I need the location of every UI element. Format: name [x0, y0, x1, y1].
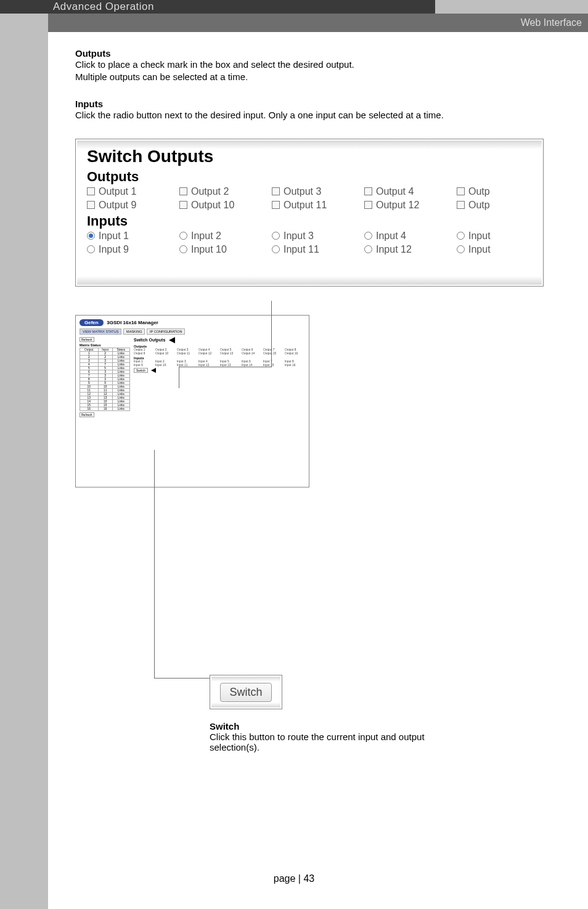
- output-checkbox[interactable]: Output 9: [87, 200, 179, 211]
- input-radio[interactable]: Input 11: [272, 244, 364, 255]
- mgr-outputs-grid: Output 1Output 2Output 3Output 4Output 5…: [134, 348, 305, 355]
- arrow-left-icon: [151, 368, 156, 373]
- inputs-grid: Input 1 Input 2 Input 3 Input 4 Input In…: [87, 230, 532, 255]
- input-radio[interactable]: Input 4: [364, 230, 457, 242]
- input-radio[interactable]: Input 1: [87, 230, 179, 242]
- radio-icon: [179, 232, 187, 240]
- tab-ip-configuration[interactable]: IP CONFIGURATION: [147, 328, 185, 335]
- checkbox-icon: [272, 201, 280, 209]
- radio-icon: [457, 232, 465, 240]
- table-row: 1410Links: [80, 399, 130, 403]
- manager-title: 3GSDI 16x16 Manager: [107, 320, 158, 325]
- outputs-text-2: Multiple outputs can be selected at a ti…: [75, 71, 557, 83]
- top-band-right: [435, 0, 588, 14]
- panel-outputs-heading: Outputs: [87, 169, 532, 185]
- input-radio[interactable]: Input 12: [364, 244, 457, 255]
- manager-right-col: Switch Outputs Outputs Output 1Output 2O…: [134, 337, 305, 417]
- output-checkbox[interactable]: Output 3: [272, 186, 364, 197]
- connector-line: [271, 301, 272, 367]
- input-radio[interactable]: Input 3: [272, 230, 364, 242]
- output-checkbox[interactable]: Output 10: [179, 200, 272, 211]
- radio-icon: [364, 245, 372, 253]
- table-row: 1616Links: [80, 407, 130, 410]
- page-section-title: Advanced Operation: [0, 0, 435, 14]
- checkbox-icon: [87, 201, 95, 209]
- input-radio[interactable]: Input: [457, 230, 494, 242]
- checkbox-icon: [364, 201, 372, 209]
- checkbox-icon: [364, 187, 372, 195]
- content: Web Interface Outputs Click to place a c…: [48, 14, 588, 909]
- switch-caption-heading: Switch: [210, 721, 475, 732]
- switch-caption-text: Click this button to route the current i…: [210, 732, 425, 752]
- connector-line: [154, 450, 155, 678]
- checkbox-icon: [87, 187, 95, 195]
- radio-icon: [87, 232, 95, 240]
- checkbox-icon: [272, 187, 280, 195]
- refresh-button-bottom[interactable]: Refresh: [80, 412, 94, 417]
- refresh-button[interactable]: Refresh: [80, 337, 94, 342]
- output-checkbox[interactable]: Output 2: [179, 186, 272, 197]
- radio-icon: [364, 232, 372, 240]
- output-checkbox[interactable]: Output 1: [87, 186, 179, 197]
- tab-view-matrix-status[interactable]: VIEW MATRIX STATUS: [80, 328, 121, 335]
- arrow-left-icon: [169, 337, 175, 343]
- input-radio[interactable]: Input: [457, 244, 494, 255]
- table-row: 1111Links: [80, 388, 130, 392]
- switch-button[interactable]: Switch: [220, 683, 271, 702]
- radio-icon: [457, 245, 465, 253]
- checkbox-icon: [457, 187, 465, 195]
- checkbox-icon: [457, 201, 465, 209]
- radio-icon: [179, 245, 187, 253]
- table-row: 1010Links: [80, 385, 130, 388]
- radio-icon: [272, 245, 280, 253]
- tab-masking[interactable]: MASKING: [123, 328, 145, 335]
- output-checkbox[interactable]: Outp: [457, 186, 494, 197]
- switch-caption: Switch Click this button to route the cu…: [210, 721, 475, 752]
- top-band: Advanced Operation: [0, 0, 588, 14]
- inputs-heading: Inputs: [75, 99, 557, 109]
- inputs-text: Click the radio button next to the desir…: [75, 109, 557, 121]
- output-checkbox[interactable]: Output 4: [364, 186, 457, 197]
- outputs-text-1: Click to place a check mark in the box a…: [75, 59, 557, 71]
- connector-line: [179, 367, 271, 367]
- switch-outputs-heading: Switch Outputs: [134, 338, 165, 342]
- table-row: 1515Links: [80, 403, 130, 407]
- mgr-inputs-grid: Input 1Input 2Input 3Input 4Input 5Input…: [134, 360, 305, 367]
- radio-icon: [87, 245, 95, 253]
- table-row: 1313Links: [80, 396, 130, 399]
- output-checkbox[interactable]: Output 11: [272, 200, 364, 211]
- manager-left-col: Refresh Matrix Status Output Input Statu…: [80, 337, 130, 417]
- brand-logo: Gefen: [80, 319, 104, 326]
- radio-icon: [272, 232, 280, 240]
- panel-title: Switch Outputs: [87, 147, 532, 166]
- switch-outputs-panel: Switch Outputs Outputs Output 1 Output 2…: [75, 139, 544, 287]
- input-radio[interactable]: Input 9: [87, 244, 179, 255]
- left-margin: [0, 14, 48, 909]
- page-number: page | 43: [0, 873, 588, 884]
- table-row: 1212Links: [80, 392, 130, 396]
- checkbox-icon: [179, 187, 187, 195]
- matrix-status-table: Output Input Status 12Links 22Links 33Li…: [80, 348, 130, 411]
- checkbox-icon: [179, 201, 187, 209]
- switch-button-callout: Switch: [210, 675, 282, 709]
- connector-line: [179, 367, 179, 388]
- manager-screenshot: Gefen 3GSDI 16x16 Manager VIEW MATRIX ST…: [75, 315, 309, 487]
- mgr-switch-button[interactable]: Switch: [134, 368, 148, 373]
- connector-line: [154, 678, 210, 679]
- sub-section-title: Web Interface: [48, 14, 588, 32]
- input-radio[interactable]: Input 10: [179, 244, 272, 255]
- output-checkbox[interactable]: Output 12: [364, 200, 457, 211]
- outputs-grid: Output 1 Output 2 Output 3 Output 4 Outp…: [87, 186, 532, 211]
- matrix-status-heading: Matrix Status: [80, 343, 130, 347]
- input-radio[interactable]: Input 2: [179, 230, 272, 242]
- output-checkbox[interactable]: Outp: [457, 200, 494, 211]
- panel-inputs-heading: Inputs: [87, 213, 532, 229]
- outputs-heading: Outputs: [75, 48, 557, 59]
